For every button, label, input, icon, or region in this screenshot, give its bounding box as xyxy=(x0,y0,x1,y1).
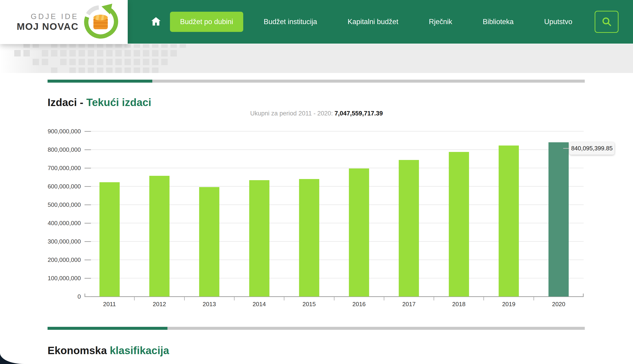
nav-item-uputstvo[interactable]: Uputstvo xyxy=(534,12,582,32)
bar-2014[interactable] xyxy=(249,180,269,296)
home-icon xyxy=(151,16,161,27)
y-tick-label: 500,000,000 xyxy=(28,201,81,208)
y-tick-mark xyxy=(85,131,91,132)
x-tick-mark xyxy=(184,297,185,300)
y-tick-label: 200,000,000 xyxy=(28,256,81,263)
bar-2018[interactable] xyxy=(449,152,469,296)
y-tick-label: 300,000,000 xyxy=(28,238,81,245)
nav-item-bud-et-po-dubini[interactable]: Budžet po dubini xyxy=(170,12,243,32)
nav-item-bud-et-institucija[interactable]: Budžet institucija xyxy=(253,12,327,32)
x-tick-label: 2013 xyxy=(189,301,230,308)
y-tick-mark xyxy=(85,241,91,242)
axis-end-tick xyxy=(85,294,85,296)
x-tick-mark xyxy=(483,297,484,300)
logo-line-2: MOJ NOVAC xyxy=(17,21,79,32)
y-tick-label: 0 xyxy=(28,293,81,300)
y-tick-mark xyxy=(85,260,91,260)
x-tick-mark xyxy=(334,297,335,300)
site-logo[interactable]: GDJE IDE MOJ NOVAC xyxy=(0,0,128,44)
y-tick-label: 100,000,000 xyxy=(28,275,81,282)
search-icon xyxy=(601,16,612,28)
home-button[interactable] xyxy=(151,16,161,27)
y-tick-mark xyxy=(85,168,91,168)
axis-end-tick xyxy=(583,294,584,296)
bar-2011[interactable] xyxy=(99,182,120,296)
nav-item-rje-nik[interactable]: Rječnik xyxy=(419,12,462,32)
logo-line-1: GDJE IDE xyxy=(17,12,79,21)
y-tick-mark xyxy=(85,186,91,187)
x-tick-label: 2011 xyxy=(89,301,130,308)
bar-2013[interactable] xyxy=(199,187,219,296)
x-tick-mark xyxy=(134,297,135,300)
nav-item-biblioteka[interactable]: Biblioteka xyxy=(473,12,524,32)
y-tick-label: 900,000,000 xyxy=(28,128,81,135)
tooltip-connector xyxy=(563,148,569,149)
x-tick-label: 2015 xyxy=(288,301,330,308)
bar-chart: 900,000,000800,000,000700,000,000600,000… xyxy=(0,0,633,364)
bar-2016[interactable] xyxy=(349,168,369,296)
bar-2017[interactable] xyxy=(399,160,419,296)
x-tick-mark xyxy=(234,297,234,300)
y-tick-mark xyxy=(85,278,91,278)
y-tick-mark xyxy=(85,204,91,205)
y-tick-label: 400,000,000 xyxy=(28,220,81,226)
y-tick-mark xyxy=(85,223,91,224)
y-tick-mark xyxy=(85,296,91,297)
nav-items: Budžet po dubiniBudžet institucijaKapita… xyxy=(151,12,593,32)
gridline xyxy=(85,131,584,132)
x-tick-label: 2014 xyxy=(239,301,280,308)
x-tick-mark xyxy=(534,297,534,300)
x-tick-label: 2018 xyxy=(438,301,480,308)
nav-item-kapitalni-bud-et[interactable]: Kapitalni budžet xyxy=(338,12,409,32)
logo-text: GDJE IDE MOJ NOVAC xyxy=(17,12,79,32)
x-tick-label: 2012 xyxy=(139,301,180,308)
y-tick-label: 700,000,000 xyxy=(28,164,81,172)
search-button[interactable] xyxy=(595,11,618,33)
y-tick-mark xyxy=(85,150,91,150)
x-tick-mark xyxy=(284,297,284,300)
y-tick-label: 600,000,000 xyxy=(28,183,81,190)
logo-coins-emblem-icon xyxy=(83,4,119,40)
x-tick-label: 2016 xyxy=(338,301,380,308)
x-tick-mark xyxy=(434,297,434,300)
bar-2020[interactable] xyxy=(548,142,569,296)
chart-tooltip: 840,095,399.85 xyxy=(569,142,614,155)
x-tick-label: 2017 xyxy=(388,301,430,308)
x-tick-mark xyxy=(384,297,384,300)
bar-2012[interactable] xyxy=(149,176,169,296)
y-tick-label: 800,000,000 xyxy=(28,146,81,153)
bar-2019[interactable] xyxy=(499,146,519,296)
x-tick-label: 2020 xyxy=(538,301,579,308)
bar-2015[interactable] xyxy=(299,179,319,296)
x-tick-label: 2019 xyxy=(488,301,529,308)
